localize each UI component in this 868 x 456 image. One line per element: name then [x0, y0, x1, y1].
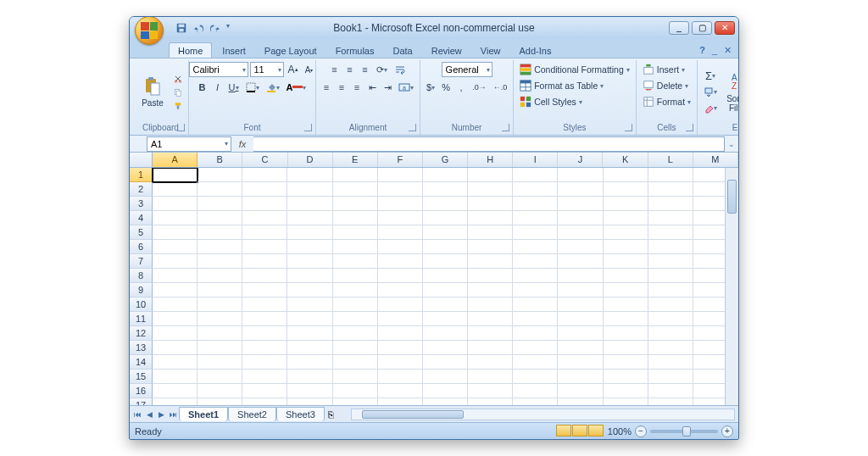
cell[interactable] — [558, 240, 603, 254]
cell[interactable] — [604, 398, 648, 405]
cell[interactable] — [604, 211, 648, 225]
cell[interactable] — [558, 384, 603, 398]
cell[interactable] — [558, 398, 603, 405]
cell[interactable] — [333, 370, 378, 384]
ribbon-tab-data[interactable]: Data — [384, 43, 420, 58]
cell[interactable] — [648, 326, 693, 341]
cell[interactable] — [198, 182, 242, 197]
qat-customize-icon[interactable]: ▾ — [226, 22, 230, 34]
cell[interactable] — [242, 225, 287, 240]
cell[interactable] — [198, 341, 242, 355]
cell[interactable] — [513, 370, 558, 384]
cell[interactable] — [333, 240, 378, 254]
cell[interactable] — [604, 225, 648, 240]
cell[interactable] — [648, 398, 693, 405]
cell[interactable] — [423, 225, 468, 240]
cell[interactable] — [558, 298, 603, 312]
font-color-button[interactable]: A — [284, 80, 309, 95]
cell[interactable] — [378, 283, 423, 298]
cell[interactable] — [287, 312, 332, 326]
merge-center-button[interactable]: a — [396, 80, 416, 95]
cell[interactable] — [423, 398, 468, 405]
row-header[interactable]: 17 — [130, 398, 153, 405]
cell[interactable] — [558, 312, 603, 326]
shrink-font-button[interactable]: A▾ — [303, 62, 316, 77]
cell[interactable] — [378, 370, 423, 384]
maximize-button[interactable]: ▢ — [692, 21, 712, 35]
cell[interactable] — [287, 168, 332, 182]
cell[interactable] — [648, 211, 693, 225]
decrease-indent-button[interactable]: ⇤ — [365, 80, 379, 95]
ribbon-tab-view[interactable]: View — [472, 43, 509, 58]
insert-cells-button[interactable]: Insert — [640, 62, 687, 77]
column-header[interactable]: L — [648, 153, 693, 167]
cell[interactable] — [468, 312, 513, 326]
cell[interactable] — [558, 182, 603, 197]
cell[interactable] — [287, 182, 332, 197]
sort-filter-button[interactable]: AZ Sort & Filter — [722, 70, 739, 114]
cell[interactable] — [333, 197, 378, 211]
page-break-view-button[interactable] — [588, 425, 604, 437]
cell[interactable] — [513, 355, 558, 370]
paste-button[interactable]: Paste — [136, 75, 169, 109]
cell[interactable] — [153, 211, 198, 225]
cell[interactable] — [153, 168, 198, 182]
cell[interactable] — [287, 298, 332, 312]
align-center-button[interactable]: ≡ — [335, 80, 348, 95]
cell[interactable] — [378, 355, 423, 370]
cell[interactable] — [153, 225, 198, 240]
cell[interactable] — [468, 326, 513, 341]
cell[interactable] — [468, 197, 513, 211]
sheet-nav-first-icon[interactable]: ⏮ — [131, 410, 143, 419]
cell[interactable] — [287, 398, 332, 405]
cell[interactable] — [287, 326, 332, 341]
help-icon[interactable]: ? — [699, 45, 705, 56]
cell[interactable] — [333, 398, 378, 405]
cell[interactable] — [287, 240, 332, 254]
cell[interactable] — [333, 298, 378, 312]
row-header[interactable]: 13 — [130, 341, 153, 355]
cell[interactable] — [153, 283, 198, 298]
cell[interactable] — [287, 269, 332, 283]
minimize-button[interactable]: _ — [669, 21, 689, 35]
cell[interactable] — [287, 283, 332, 298]
cell[interactable] — [604, 240, 648, 254]
cell[interactable] — [378, 269, 423, 283]
cell[interactable] — [242, 398, 287, 405]
cell[interactable] — [468, 168, 513, 182]
cell[interactable] — [198, 326, 242, 341]
cell[interactable] — [287, 370, 332, 384]
cell[interactable] — [333, 182, 378, 197]
sheet-tab[interactable]: Sheet3 — [276, 407, 325, 421]
cell[interactable] — [468, 298, 513, 312]
cell[interactable] — [153, 197, 198, 211]
cell[interactable] — [468, 269, 513, 283]
page-layout-view-button[interactable] — [572, 425, 587, 437]
cell[interactable] — [423, 211, 468, 225]
copy-icon[interactable] — [171, 86, 185, 98]
cell[interactable] — [378, 298, 423, 312]
cell[interactable] — [333, 326, 378, 341]
cell[interactable] — [558, 326, 603, 341]
row-header[interactable]: 9 — [130, 283, 153, 298]
sheet-nav-next-icon[interactable]: ▶ — [155, 410, 167, 419]
row-header[interactable]: 8 — [130, 269, 153, 283]
cell[interactable] — [648, 370, 693, 384]
wrap-text-button[interactable] — [392, 62, 409, 77]
cell[interactable] — [423, 269, 468, 283]
comma-format-button[interactable]: , — [454, 80, 468, 95]
align-right-button[interactable]: ≡ — [350, 80, 364, 95]
border-button[interactable] — [243, 80, 262, 95]
cell[interactable] — [333, 211, 378, 225]
number-format-combo[interactable]: General — [442, 62, 492, 77]
cell[interactable] — [468, 341, 513, 355]
row-header[interactable]: 14 — [130, 355, 153, 370]
font-name-combo[interactable]: Calibri — [189, 62, 248, 77]
formula-input[interactable] — [253, 136, 725, 152]
cell[interactable] — [648, 182, 693, 197]
column-header[interactable]: K — [603, 153, 648, 167]
cell[interactable] — [153, 398, 198, 405]
row-header[interactable]: 15 — [130, 370, 153, 384]
align-left-button[interactable]: ≡ — [320, 80, 333, 95]
column-header[interactable]: E — [333, 153, 378, 167]
